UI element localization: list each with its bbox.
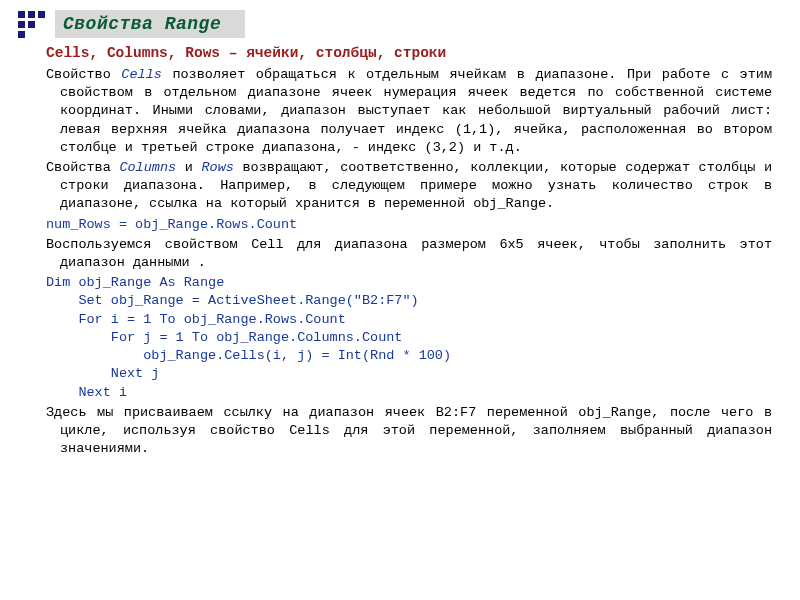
keyword-cells: Cells: [121, 67, 162, 82]
paragraph-cell-fill: Воспользуемся свойством Cell для диапазо…: [46, 236, 772, 272]
text: и: [176, 160, 201, 175]
code-block: Dim obj_Range As Range Set obj_Range = A…: [46, 274, 772, 402]
content: Cells, Columns, Rows – ячейки, столбцы, …: [20, 44, 772, 458]
paragraph-summary: Здесь мы присваиваем ссылку на диапазон …: [60, 404, 772, 459]
section-heading: Cells, Columns, Rows – ячейки, столбцы, …: [46, 44, 772, 64]
title-bar: Свойства Range: [20, 10, 772, 38]
slide: Свойства Range Cells, Columns, Rows – яч…: [0, 0, 800, 470]
keyword-rows: Rows: [201, 160, 233, 175]
code-line-rows-count: num_Rows = obj_Range.Rows.Count: [46, 216, 772, 234]
page-title: Свойства Range: [55, 10, 245, 38]
text: Свойство: [46, 67, 121, 82]
keyword-columns: Columns: [119, 160, 176, 175]
text: позволяет обращаться к отдельным ячейкам…: [60, 67, 772, 155]
bullet-decoration: [18, 11, 45, 38]
paragraph-columns-rows: Свойства Columns и Rows возвращают, соот…: [60, 159, 772, 214]
paragraph-cells: Свойство Cells позволяет обращаться к от…: [60, 66, 772, 157]
text: Свойства: [46, 160, 119, 175]
